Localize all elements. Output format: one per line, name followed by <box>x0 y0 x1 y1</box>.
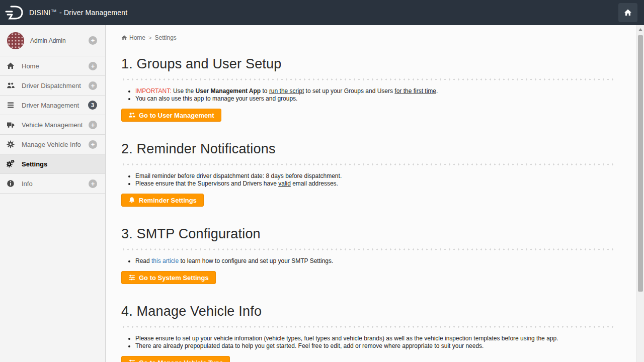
button-label: Go to User Management <box>139 112 214 119</box>
bullet-text: Email reminder before driver dispatchmen… <box>135 172 342 179</box>
breadcrumb-current: Settings <box>154 34 176 41</box>
button-label: Go to System Settings <box>139 274 209 282</box>
breadcrumb: Home > Settings <box>121 34 616 41</box>
app-logo[interactable] <box>0 0 29 25</box>
expand-badge: + <box>89 179 97 188</box>
expand-badge: + <box>89 121 97 129</box>
button-label: Reminder Settings <box>139 197 197 204</box>
go-to-system-settings-button[interactable]: Go to System Settings <box>121 271 216 284</box>
expand-badge: + <box>89 62 97 70</box>
section-title: 1. Groups and User Setup <box>121 56 616 72</box>
sidebar-item-driver-management[interactable]: Driver Management 3 <box>0 96 105 115</box>
sidebar-item-vehicle-management[interactable]: Vehicle Management + <box>0 115 105 135</box>
user-name: Admin Admin <box>30 37 89 44</box>
count-badge: 3 <box>88 101 97 110</box>
info-icon <box>7 179 18 188</box>
avatar <box>7 32 24 49</box>
bullet-text: for the first time <box>394 87 436 95</box>
bullet-item: There are already prepopulated data to h… <box>135 342 616 350</box>
bullet-text: Use the <box>172 87 196 95</box>
brand-suffix: - Driver Management <box>57 9 127 17</box>
home-icon <box>121 35 127 41</box>
settings-section: 4. Manage Vehicle Info Please ensure to … <box>121 304 616 362</box>
dotted-divider <box>121 78 616 80</box>
bullet-text: User Management App <box>196 87 261 95</box>
article-link[interactable]: this article <box>151 257 179 264</box>
scrollbar-thumb[interactable] <box>638 35 643 292</box>
sidebar-item-home[interactable]: Home + <box>0 56 105 76</box>
bullet-text: to <box>261 87 269 95</box>
bullet-item: You can also use this app to manage your… <box>135 95 616 103</box>
bullet-list: Read this article to learn how to config… <box>121 257 616 265</box>
section-title: 3. SMTP Configuration <box>121 226 616 242</box>
user-panel[interactable]: Admin Admin + <box>0 25 105 56</box>
bullet-text: email addresses. <box>291 180 338 187</box>
main-content: Home > Settings 1. Groups and User Setup… <box>106 25 636 362</box>
dotted-divider <box>121 326 616 328</box>
sliders-icon <box>128 274 135 281</box>
home-icon <box>624 9 632 17</box>
brand-name: DISINI <box>29 9 50 17</box>
section-title: 2. Reminder Notifications <box>121 141 616 157</box>
bullet-text: to learn how to configure and set up you… <box>179 257 333 264</box>
sidebar-nav: Home + Driver Dispatchment + Driver Mana… <box>0 56 105 194</box>
list-icon <box>7 101 18 109</box>
bullet-text: . <box>436 87 438 95</box>
scrollbar-up-arrow-icon[interactable] <box>638 28 642 31</box>
topbar-home-button[interactable] <box>618 3 637 22</box>
topbar: DISINITM - Driver Management <box>0 0 644 25</box>
breadcrumb-home-link[interactable]: Home <box>121 34 145 41</box>
sidebar-item-manage-vehicle-info[interactable]: Manage Vehicle Info + <box>0 135 105 154</box>
gears-icon <box>7 160 18 168</box>
bullet-text: Please ensure to set up your vehicle inf… <box>135 335 558 342</box>
dotted-divider <box>121 248 616 250</box>
expand-badge: + <box>89 81 97 90</box>
sidebar-item-info[interactable]: Info + <box>0 174 105 194</box>
bullet-text: IMPORTANT: <box>135 87 172 95</box>
sidebar-item-driver-dispatchment[interactable]: Driver Dispatchment + <box>0 76 105 96</box>
app-title: DISINITM - Driver Management <box>29 9 127 17</box>
bullet-text: There are already prepopulated data to h… <box>135 342 484 349</box>
expand-badge: + <box>89 140 97 149</box>
sidebar-item-settings[interactable]: Settings <box>0 154 105 174</box>
section-title: 4. Manage Vehicle Info <box>121 304 616 319</box>
reminder-settings-button[interactable]: Reminder Settings <box>121 194 204 207</box>
bullet-text: You can also use this app to manage your… <box>135 95 297 102</box>
bullet-text: valid <box>278 180 291 187</box>
brand-d-icon <box>5 4 25 21</box>
settings-section: 1. Groups and User Setup IMPORTANT: Use … <box>121 56 616 122</box>
home-icon <box>7 62 18 70</box>
bullet-text: to set up your Groups and Users <box>304 87 394 95</box>
user-panel-expand-badge: + <box>89 36 97 45</box>
go-to-manage-vehicle-type-button[interactable]: Go to Manage Vehicle Type <box>121 356 230 362</box>
bullet-list: IMPORTANT: Use the User Management App t… <box>121 87 616 103</box>
vertical-scrollbar[interactable] <box>636 25 644 362</box>
dotted-divider <box>121 163 616 165</box>
bell-icon <box>128 197 135 204</box>
bullet-text: Read <box>135 257 151 264</box>
settings-section: 2. Reminder Notifications Email reminder… <box>121 141 616 207</box>
bullet-list: Email reminder before driver dispatchmen… <box>121 172 616 188</box>
brand-tm: TM <box>51 9 56 13</box>
bullet-item: Read this article to learn how to config… <box>135 257 616 265</box>
breadcrumb-home-label: Home <box>129 34 145 41</box>
breadcrumb-separator: > <box>148 35 151 41</box>
sidebar: Admin Admin + Home + Driver Dispatchment… <box>0 25 106 362</box>
bullet-item: Email reminder before driver dispatchmen… <box>135 172 616 180</box>
sliders-icon <box>128 359 135 362</box>
settings-section: 3. SMTP Configuration Read this article … <box>121 226 616 284</box>
bullet-item: Please ensure to set up your vehicle inf… <box>135 335 616 342</box>
truck-icon <box>7 121 18 129</box>
button-label: Go to Manage Vehicle Type <box>139 359 223 362</box>
settings-sections: 1. Groups and User Setup IMPORTANT: Use … <box>121 56 616 362</box>
bullet-text: run the script <box>269 87 304 95</box>
bullet-item: IMPORTANT: Use the User Management App t… <box>135 87 616 95</box>
gear-icon <box>7 140 18 148</box>
bullet-text: Please ensure that the Supervisors and D… <box>135 180 278 187</box>
go-to-user-management-button[interactable]: Go to User Management <box>121 109 221 122</box>
bullet-list: Please ensure to set up your vehicle inf… <box>121 335 616 350</box>
users-icon <box>128 112 135 119</box>
users-icon <box>7 81 18 89</box>
bullet-item: Please ensure that the Supervisors and D… <box>135 180 616 188</box>
